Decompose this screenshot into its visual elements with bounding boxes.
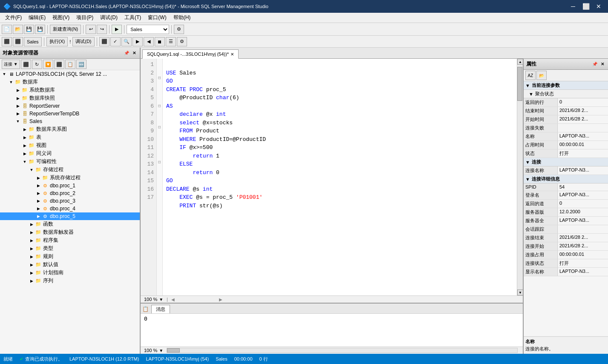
code-content[interactable]: USE Sales GO CREATE PROC proc_5 @Product… [163,59,517,295]
stop-btn[interactable]: ⬛ [99,37,109,46]
execute-btn[interactable]: 执行(X) [46,37,68,46]
disconnect-btn[interactable]: ⬛ [21,60,31,69]
horiz-scrollbar[interactable] [167,348,518,353]
tree-sales[interactable]: ▼ 🗄 Sales [0,118,140,125]
redo-btn[interactable]: ↪ [97,25,107,34]
tree-proc4[interactable]: ▶ ⚙ dbo.proc_4 [0,205,140,212]
expand-sp[interactable]: ▼ [28,166,35,173]
tree-rules[interactable]: ▶ 📁 规则 [0,252,140,261]
check-btn[interactable]: ✓ [110,37,121,46]
tree-db-snapshot[interactable]: ▶ 📁 数据库快照 [0,94,140,102]
prop-sort-alpha[interactable]: AZ [525,71,536,80]
pin-icon[interactable]: 📌 [123,50,130,56]
tb2-extra3[interactable]: ⏹ [155,37,165,46]
expand-p3[interactable]: ▶ [35,198,42,204]
editor-scrollbar[interactable]: ▲ ▼ [517,59,523,295]
new-query-btn[interactable]: 新建查询(N) [50,25,81,34]
open-btn[interactable]: 📂 [13,25,23,34]
tb2-extra5[interactable]: ⚙ [177,37,187,46]
save-btn[interactable]: 💾 [24,25,34,34]
execute-query-btn[interactable]: ▶ [112,25,122,34]
save-all-btn[interactable]: 💾 [35,25,45,34]
expand-prog[interactable]: ▼ [21,158,28,165]
scroll-up-btn[interactable]: ▲ [517,59,523,65]
expand-views[interactable]: ▶ [21,142,28,149]
expand-ssp[interactable]: ▶ [35,175,42,181]
expand-rules[interactable]: ▶ [28,253,35,260]
menu-edit[interactable]: 编辑(E) [25,13,49,22]
tb2-extra2[interactable]: ◀ [144,37,154,46]
database-selector[interactable]: Sales [127,25,169,34]
expand-trig[interactable]: ▶ [28,229,35,236]
tb2-btn2[interactable]: ⬛ [13,37,23,46]
tree-plan-guides[interactable]: ▶ 📁 计划指南 [0,269,140,277]
menu-project[interactable]: 项目(P) [73,13,97,22]
prop-section-detail[interactable]: ▼ 连接详细信息 [524,175,608,183]
expand-diag[interactable]: ▶ [21,126,28,133]
db-select-btn[interactable]: Sales [24,37,42,46]
scroll-thumb[interactable] [517,67,522,101]
tree-sys-procs[interactable]: ▶ 📁 系统存储过程 [0,174,140,182]
expand-rstmp[interactable]: ▶ [14,110,21,117]
tree-proc1[interactable]: ▶ ⚙ dbo.proc_1 [0,182,140,189]
tree-triggers[interactable]: ▶ 📁 数据库触发器 [0,228,140,236]
expand-typ[interactable]: ▶ [28,245,35,252]
expand-syn[interactable]: ▶ [21,150,28,157]
tree-assemblies[interactable]: ▶ 📁 程序集 [0,236,140,244]
menu-debug[interactable]: 调试(D) [97,13,121,22]
tb2-btn1[interactable]: ⬛ [2,37,12,46]
tree-sequences[interactable]: ▶ 📁 序列 [0,277,140,285]
tb2-extra1[interactable]: ▶ [133,37,143,46]
tree-databases[interactable]: ▼ 📁 数据库 [0,78,140,86]
expand-p1[interactable]: ▶ [35,182,42,189]
zoom-dropdown-btn[interactable]: ▼ [159,297,163,302]
close-button[interactable]: ✕ [593,1,605,11]
connect-btn[interactable]: 连接 ▼ [2,60,20,69]
horiz-scroll-thumb[interactable] [167,348,180,353]
messages-tab[interactable]: 消息 [151,305,170,313]
results-zoom-btn[interactable]: ▼ [159,348,163,353]
tree-defaults[interactable]: ▶ 📁 默认值 [0,261,140,269]
filter-btn[interactable]: 🔽 [43,60,53,69]
menu-help[interactable]: 帮助(H) [170,13,194,22]
expand-rs[interactable]: ▶ [14,103,21,109]
expand-p4[interactable]: ▶ [35,205,42,212]
expand-sales[interactable]: ▼ [14,118,21,125]
prop-section-conn[interactable]: ▼ 连接 [524,158,608,166]
menu-view[interactable]: 视图(V) [49,13,73,22]
new-item-btn[interactable]: 🆕 [76,60,86,69]
tree-types[interactable]: ▶ 📁 类型 [0,244,140,252]
expand-server[interactable]: ▼ [1,71,8,77]
tree-tables[interactable]: ▶ 📁 表 [0,133,140,141]
tree-proc3[interactable]: ▶ ⚙ dbo.proc_3 [0,197,140,205]
code-editor[interactable]: 12345 678910 1112131415 1617 ⊟ [141,59,517,295]
tree-prog[interactable]: ▼ 📁 可编程性 [0,158,140,166]
expand-pg[interactable]: ▶ [28,269,35,276]
expand-asm[interactable]: ▶ [28,237,35,244]
expand-p5[interactable]: ▶ [35,213,42,220]
expand-tables[interactable]: ▶ [21,134,28,141]
stop-refresh-btn[interactable]: ⬛ [54,60,64,69]
tree-proc5[interactable]: ▶ ⚙ dbo.proc_5 [0,212,140,220]
tree-server[interactable]: ▼ 🖥 LAPTOP-N3SLOC1H (SQL Server 12 ... [0,70,140,78]
tree-system-db[interactable]: ▶ 📁 系统数据库 [0,86,140,94]
restore-button[interactable]: ⬜ [580,1,592,11]
menu-file[interactable]: 文件(F) [2,13,25,22]
expand-p2[interactable]: ▶ [35,190,42,197]
debug-btn[interactable]: 调试(D) [72,37,94,46]
menu-window[interactable]: 窗口(W) [144,13,170,22]
expand-databases[interactable]: ▼ [8,79,14,86]
props-btn[interactable]: 📋 [65,60,75,69]
new-file-btn[interactable]: 📄 [2,25,12,34]
tree-views[interactable]: ▶ 📁 视图 [0,141,140,149]
menu-tools[interactable]: 工具(T) [121,13,144,22]
tree-reportserver[interactable]: ▶ 🗄 ReportServer [0,102,140,110]
tree-functions[interactable]: ▶ 📁 函数 [0,220,140,228]
expand-def[interactable]: ▶ [28,261,35,268]
refresh-btn[interactable]: ↻ [32,60,42,69]
prop-sort-cat[interactable]: 📂 [536,71,547,80]
parse-btn[interactable]: 🔍 [121,37,132,46]
tab-close-btn[interactable]: ✕ [231,52,234,57]
tree-synonyms[interactable]: ▶ 📁 同义词 [0,149,140,158]
prop-pin-icon[interactable]: 📌 [591,61,599,67]
